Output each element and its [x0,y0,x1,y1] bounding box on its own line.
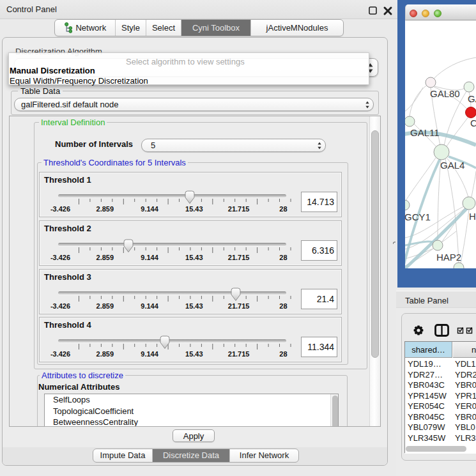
svg-text:H: H [469,211,476,222]
svg-text:GAL11: GAL11 [410,127,440,138]
svg-text:GAL80: GAL80 [430,88,460,99]
svg-text:GCY1: GCY1 [405,211,431,222]
svg-text:HAP2: HAP2 [436,252,461,263]
svg-text:GA: GA [468,93,476,104]
svg-text:C: C [470,118,476,128]
svg-text:GAL4: GAL4 [440,160,464,171]
